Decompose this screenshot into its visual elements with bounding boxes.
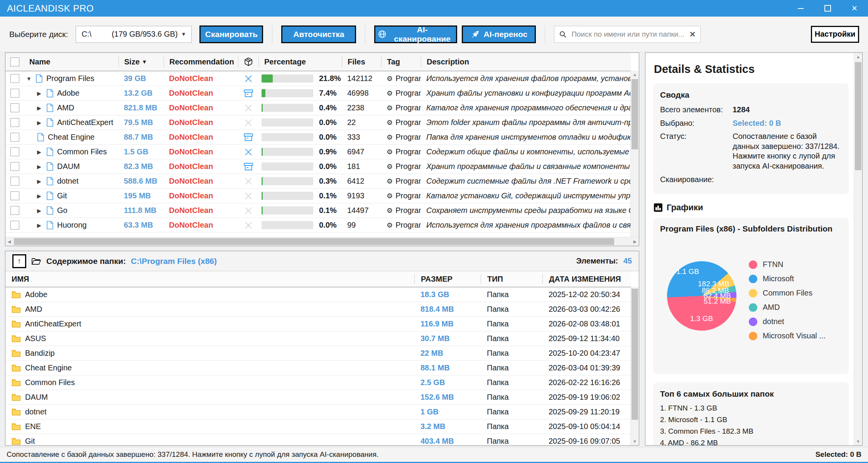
expander-icon[interactable]: ▶	[37, 193, 46, 199]
expander-icon[interactable]: ▶	[37, 120, 46, 126]
scroll-up-icon[interactable]: ▲	[854, 53, 862, 61]
no-clean-icon[interactable]	[244, 177, 253, 186]
list-item[interactable]: Cheat Engine 88.1 MB Папка 2026-03-04 01…	[5, 361, 631, 375]
row-checkbox[interactable]	[10, 221, 19, 230]
archive-action-icon[interactable]	[243, 162, 253, 171]
ai-move-button[interactable]: AI-перенос	[462, 25, 536, 43]
search-input[interactable]	[571, 30, 685, 39]
list-item[interactable]: DAUM 152.6 MB Папка 2025-09-19 19:06:02	[5, 390, 631, 405]
row-checkbox[interactable]	[10, 89, 19, 98]
clear-search-icon[interactable]: ✕	[689, 30, 696, 39]
item-name: Adobe	[25, 290, 47, 299]
scan-button[interactable]: Сканировать	[199, 25, 263, 43]
list-item[interactable]: Common Files 2.5 GB Папка 2026-02-22 16:…	[5, 375, 631, 390]
expander-icon[interactable]: ▶	[37, 149, 46, 155]
list-item[interactable]: dotnet 1 GB Папка 2025-09-29 11:20:19	[5, 405, 631, 419]
table-row[interactable]: Cheat Engine 88.7 MB DoNotClean 0.0% 333…	[5, 130, 631, 145]
expander-icon[interactable]: ▶	[37, 105, 46, 111]
no-clean-icon[interactable]	[244, 74, 253, 83]
column-header-percentage[interactable]: Percentage	[258, 56, 342, 67]
column-header-tag[interactable]: Tag	[381, 56, 421, 67]
list-item[interactable]: Adobe 18.3 GB Папка 2025-12-02 20:50:34	[5, 287, 631, 302]
column-header-type[interactable]: ТИП	[481, 274, 542, 284]
progress-bar	[262, 89, 313, 97]
expander-icon[interactable]: ▶	[37, 222, 46, 228]
disk-select-dropdown[interactable]: C:\ (179 GB/953.6 GB) ▼	[76, 26, 192, 43]
column-header-size[interactable]: Size ▼	[118, 56, 164, 67]
table-row[interactable]: ▶ Git 195 MB DoNotClean 0.1% 9193 ⚙Progr…	[5, 189, 631, 203]
minimize-button[interactable]	[787, 0, 814, 17]
list-item[interactable]: ENE 3.2 MB Папка 2025-09-10 05:04:14	[5, 419, 631, 434]
up-folder-button[interactable]: ↑	[12, 254, 26, 268]
no-clean-icon[interactable]	[244, 118, 253, 127]
column-header-description[interactable]: Description	[421, 56, 631, 67]
scroll-up-icon[interactable]: ▲	[631, 71, 639, 78]
table-row[interactable]: ▶ Common Files 1.5 GB DoNotClean 0.9% 69…	[5, 145, 631, 159]
row-checkbox[interactable]	[10, 177, 19, 186]
main-vertical-scrollbar[interactable]: ▲	[630, 71, 639, 237]
settings-button[interactable]: Настройки	[811, 26, 859, 43]
row-checkbox[interactable]	[10, 191, 19, 200]
row-checkbox[interactable]	[10, 206, 19, 215]
folder-path-link[interactable]: C:\Program Files (x86)	[131, 257, 217, 266]
main-horizontal-scrollbar[interactable]: ◀ ▶	[5, 237, 639, 246]
column-header-recommendation[interactable]: Recommendation	[164, 56, 238, 67]
no-clean-icon[interactable]	[244, 221, 253, 230]
autoclean-button[interactable]: Автоочистка	[281, 25, 356, 43]
row-checkbox[interactable]	[10, 103, 19, 112]
row-checkbox[interactable]	[10, 133, 19, 142]
column-header-action[interactable]	[238, 56, 258, 67]
row-checkbox[interactable]	[10, 162, 19, 171]
select-all-checkbox[interactable]	[10, 57, 19, 66]
column-header-date[interactable]: ДАТА ИЗМЕНЕНИЯ	[542, 274, 631, 284]
column-header-name[interactable]: Name	[24, 56, 118, 67]
close-button[interactable]: ✕	[841, 0, 868, 17]
list-item[interactable]: Git 403.4 MB Папка 2025-09-16 09:07:05	[5, 434, 631, 446]
expander-icon[interactable]: ▶	[37, 90, 46, 96]
scrollbar-thumb[interactable]	[632, 289, 638, 420]
maximize-button[interactable]	[814, 0, 841, 17]
column-header-files[interactable]: Files	[342, 56, 381, 67]
list-item[interactable]: Bandizip 22 MB Папка 2025-10-20 04:23:47	[5, 346, 631, 361]
expander-icon[interactable]: ▶	[37, 164, 46, 170]
table-row[interactable]: ▶ DAUM 82.3 MB DoNotClean 0.0% 181 ⚙Prog…	[5, 159, 631, 174]
list-item[interactable]: AntiCheatExpert 116.9 MB Папка 2026-02-0…	[5, 317, 631, 331]
scroll-left-icon[interactable]: ◀	[5, 237, 13, 246]
tag-value: Program	[395, 118, 421, 127]
scroll-right-icon[interactable]: ▶	[631, 237, 639, 246]
table-row[interactable]: ▶ Go 111.8 MB DoNotClean 0.1% 14497 ⚙Pro…	[5, 203, 631, 218]
table-row[interactable]: ▶ AntiCheatExpert 79.5 MB DoNotClean 0.0…	[5, 115, 631, 130]
archive-action-icon[interactable]	[243, 133, 253, 142]
table-row[interactable]: ▶ Adobe 13.2 GB DoNotClean 7.4% 46998 ⚙P…	[5, 86, 631, 101]
table-row[interactable]: ▶ Huorong 63.3 MB DoNotClean 0.0% 99 ⚙Pr…	[5, 218, 631, 233]
files-count: 46998	[342, 89, 381, 98]
no-clean-icon[interactable]	[244, 148, 253, 156]
ai-scan-button[interactable]: AI-сканирование	[374, 25, 457, 43]
expander-icon[interactable]: ▼	[26, 76, 35, 82]
no-clean-icon[interactable]	[244, 192, 253, 200]
list-item[interactable]: ASUS 30.7 MB Папка 2025-09-12 11:34:40	[5, 331, 631, 346]
sidebar-scrollbar[interactable]: ▲ ▼	[854, 53, 862, 445]
no-clean-icon[interactable]	[244, 104, 253, 112]
table-row[interactable]: ▶ dotnet 588.6 MB DoNotClean 0.3% 6412 ⚙…	[5, 174, 631, 189]
status-label: Статус:	[660, 132, 733, 171]
table-row[interactable]: ▼ Program Files 39 GB DoNotClean 21.8% 1…	[5, 71, 631, 86]
folder-item-icon	[46, 191, 54, 200]
row-checkbox[interactable]	[10, 74, 19, 83]
no-clean-icon[interactable]	[244, 206, 253, 215]
expander-icon[interactable]: ▶	[37, 208, 46, 214]
scrollbar-thumb[interactable]	[14, 238, 614, 245]
row-checkbox[interactable]	[10, 147, 19, 156]
list-item[interactable]: AMD 818.4 MB Папка 2026-03-03 00:42:26	[5, 302, 631, 317]
scrollbar-thumb[interactable]	[855, 62, 861, 170]
column-header-name[interactable]: ИМЯ	[5, 274, 414, 284]
table-row[interactable]: ▶ AMD 821.8 MB DoNotClean 0.4% 2238 ⚙Pro…	[5, 101, 631, 115]
column-header-size[interactable]: РАЗМЕР	[414, 274, 481, 284]
scroll-down-icon[interactable]: ▼	[854, 438, 862, 445]
folder-vertical-scrollbar[interactable]: ▼	[630, 287, 639, 445]
row-checkbox[interactable]	[10, 118, 19, 127]
scroll-down-icon[interactable]: ▼	[631, 438, 639, 445]
archive-action-icon[interactable]	[243, 89, 253, 98]
expander-icon[interactable]: ▶	[37, 178, 46, 184]
scrollbar-thumb[interactable]	[632, 79, 638, 149]
